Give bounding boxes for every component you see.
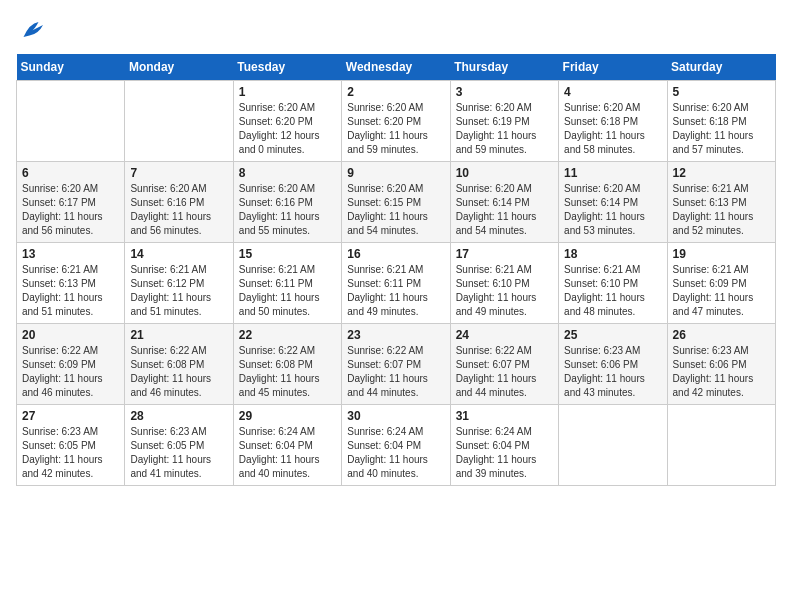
page-header: [16, 16, 776, 46]
calendar-cell: 27Sunrise: 6:23 AMSunset: 6:05 PMDayligh…: [17, 405, 125, 486]
day-number: 2: [347, 85, 444, 99]
calendar-cell: 11Sunrise: 6:20 AMSunset: 6:14 PMDayligh…: [559, 162, 667, 243]
column-header-thursday: Thursday: [450, 54, 558, 81]
day-detail: Sunrise: 6:20 AMSunset: 6:17 PMDaylight:…: [22, 182, 119, 238]
day-number: 1: [239, 85, 336, 99]
day-number: 27: [22, 409, 119, 423]
day-number: 15: [239, 247, 336, 261]
calendar-table: SundayMondayTuesdayWednesdayThursdayFrid…: [16, 54, 776, 486]
calendar-cell: 4Sunrise: 6:20 AMSunset: 6:18 PMDaylight…: [559, 81, 667, 162]
column-header-saturday: Saturday: [667, 54, 775, 81]
day-detail: Sunrise: 6:21 AMSunset: 6:10 PMDaylight:…: [456, 263, 553, 319]
calendar-cell: 7Sunrise: 6:20 AMSunset: 6:16 PMDaylight…: [125, 162, 233, 243]
day-detail: Sunrise: 6:21 AMSunset: 6:12 PMDaylight:…: [130, 263, 227, 319]
day-number: 25: [564, 328, 661, 342]
day-number: 31: [456, 409, 553, 423]
day-detail: Sunrise: 6:21 AMSunset: 6:13 PMDaylight:…: [673, 182, 770, 238]
calendar-cell: 8Sunrise: 6:20 AMSunset: 6:16 PMDaylight…: [233, 162, 341, 243]
day-detail: Sunrise: 6:20 AMSunset: 6:18 PMDaylight:…: [673, 101, 770, 157]
calendar-cell: 20Sunrise: 6:22 AMSunset: 6:09 PMDayligh…: [17, 324, 125, 405]
day-detail: Sunrise: 6:24 AMSunset: 6:04 PMDaylight:…: [456, 425, 553, 481]
calendar-cell: 12Sunrise: 6:21 AMSunset: 6:13 PMDayligh…: [667, 162, 775, 243]
day-detail: Sunrise: 6:22 AMSunset: 6:07 PMDaylight:…: [347, 344, 444, 400]
calendar-cell: 22Sunrise: 6:22 AMSunset: 6:08 PMDayligh…: [233, 324, 341, 405]
day-detail: Sunrise: 6:23 AMSunset: 6:06 PMDaylight:…: [673, 344, 770, 400]
calendar-week-5: 27Sunrise: 6:23 AMSunset: 6:05 PMDayligh…: [17, 405, 776, 486]
day-number: 23: [347, 328, 444, 342]
day-detail: Sunrise: 6:22 AMSunset: 6:08 PMDaylight:…: [130, 344, 227, 400]
day-detail: Sunrise: 6:20 AMSunset: 6:14 PMDaylight:…: [456, 182, 553, 238]
column-header-wednesday: Wednesday: [342, 54, 450, 81]
calendar-cell: [559, 405, 667, 486]
calendar-cell: 24Sunrise: 6:22 AMSunset: 6:07 PMDayligh…: [450, 324, 558, 405]
calendar-cell: 14Sunrise: 6:21 AMSunset: 6:12 PMDayligh…: [125, 243, 233, 324]
day-number: 4: [564, 85, 661, 99]
day-detail: Sunrise: 6:24 AMSunset: 6:04 PMDaylight:…: [347, 425, 444, 481]
day-detail: Sunrise: 6:20 AMSunset: 6:16 PMDaylight:…: [239, 182, 336, 238]
day-detail: Sunrise: 6:21 AMSunset: 6:09 PMDaylight:…: [673, 263, 770, 319]
day-number: 29: [239, 409, 336, 423]
column-header-friday: Friday: [559, 54, 667, 81]
calendar-cell: 21Sunrise: 6:22 AMSunset: 6:08 PMDayligh…: [125, 324, 233, 405]
calendar-cell: 15Sunrise: 6:21 AMSunset: 6:11 PMDayligh…: [233, 243, 341, 324]
calendar-cell: [17, 81, 125, 162]
calendar-week-1: 1Sunrise: 6:20 AMSunset: 6:20 PMDaylight…: [17, 81, 776, 162]
calendar-cell: 18Sunrise: 6:21 AMSunset: 6:10 PMDayligh…: [559, 243, 667, 324]
day-number: 28: [130, 409, 227, 423]
calendar-cell: 6Sunrise: 6:20 AMSunset: 6:17 PMDaylight…: [17, 162, 125, 243]
day-number: 20: [22, 328, 119, 342]
calendar-cell: 5Sunrise: 6:20 AMSunset: 6:18 PMDaylight…: [667, 81, 775, 162]
day-detail: Sunrise: 6:20 AMSunset: 6:18 PMDaylight:…: [564, 101, 661, 157]
day-detail: Sunrise: 6:21 AMSunset: 6:13 PMDaylight:…: [22, 263, 119, 319]
day-detail: Sunrise: 6:21 AMSunset: 6:10 PMDaylight:…: [564, 263, 661, 319]
calendar-cell: 3Sunrise: 6:20 AMSunset: 6:19 PMDaylight…: [450, 81, 558, 162]
calendar-cell: 26Sunrise: 6:23 AMSunset: 6:06 PMDayligh…: [667, 324, 775, 405]
column-header-monday: Monday: [125, 54, 233, 81]
calendar-header-row: SundayMondayTuesdayWednesdayThursdayFrid…: [17, 54, 776, 81]
calendar-cell: 19Sunrise: 6:21 AMSunset: 6:09 PMDayligh…: [667, 243, 775, 324]
day-number: 11: [564, 166, 661, 180]
day-detail: Sunrise: 6:20 AMSunset: 6:20 PMDaylight:…: [347, 101, 444, 157]
day-detail: Sunrise: 6:22 AMSunset: 6:09 PMDaylight:…: [22, 344, 119, 400]
calendar-cell: 17Sunrise: 6:21 AMSunset: 6:10 PMDayligh…: [450, 243, 558, 324]
day-number: 22: [239, 328, 336, 342]
calendar-cell: 30Sunrise: 6:24 AMSunset: 6:04 PMDayligh…: [342, 405, 450, 486]
day-number: 13: [22, 247, 119, 261]
calendar-cell: 16Sunrise: 6:21 AMSunset: 6:11 PMDayligh…: [342, 243, 450, 324]
day-number: 21: [130, 328, 227, 342]
calendar-cell: 23Sunrise: 6:22 AMSunset: 6:07 PMDayligh…: [342, 324, 450, 405]
day-number: 18: [564, 247, 661, 261]
logo: [16, 16, 50, 46]
day-number: 10: [456, 166, 553, 180]
day-detail: Sunrise: 6:21 AMSunset: 6:11 PMDaylight:…: [239, 263, 336, 319]
day-detail: Sunrise: 6:20 AMSunset: 6:16 PMDaylight:…: [130, 182, 227, 238]
day-number: 3: [456, 85, 553, 99]
calendar-week-3: 13Sunrise: 6:21 AMSunset: 6:13 PMDayligh…: [17, 243, 776, 324]
day-number: 17: [456, 247, 553, 261]
calendar-cell: 31Sunrise: 6:24 AMSunset: 6:04 PMDayligh…: [450, 405, 558, 486]
column-header-sunday: Sunday: [17, 54, 125, 81]
day-detail: Sunrise: 6:20 AMSunset: 6:19 PMDaylight:…: [456, 101, 553, 157]
day-number: 5: [673, 85, 770, 99]
day-number: 26: [673, 328, 770, 342]
day-detail: Sunrise: 6:24 AMSunset: 6:04 PMDaylight:…: [239, 425, 336, 481]
day-number: 30: [347, 409, 444, 423]
calendar-cell: [667, 405, 775, 486]
day-number: 8: [239, 166, 336, 180]
day-detail: Sunrise: 6:23 AMSunset: 6:06 PMDaylight:…: [564, 344, 661, 400]
day-detail: Sunrise: 6:20 AMSunset: 6:14 PMDaylight:…: [564, 182, 661, 238]
day-number: 6: [22, 166, 119, 180]
day-detail: Sunrise: 6:20 AMSunset: 6:15 PMDaylight:…: [347, 182, 444, 238]
calendar-cell: [125, 81, 233, 162]
day-detail: Sunrise: 6:23 AMSunset: 6:05 PMDaylight:…: [22, 425, 119, 481]
day-number: 7: [130, 166, 227, 180]
day-detail: Sunrise: 6:20 AMSunset: 6:20 PMDaylight:…: [239, 101, 336, 157]
day-number: 24: [456, 328, 553, 342]
calendar-cell: 29Sunrise: 6:24 AMSunset: 6:04 PMDayligh…: [233, 405, 341, 486]
column-header-tuesday: Tuesday: [233, 54, 341, 81]
calendar-cell: 10Sunrise: 6:20 AMSunset: 6:14 PMDayligh…: [450, 162, 558, 243]
day-detail: Sunrise: 6:22 AMSunset: 6:07 PMDaylight:…: [456, 344, 553, 400]
calendar-cell: 28Sunrise: 6:23 AMSunset: 6:05 PMDayligh…: [125, 405, 233, 486]
day-detail: Sunrise: 6:23 AMSunset: 6:05 PMDaylight:…: [130, 425, 227, 481]
calendar-cell: 9Sunrise: 6:20 AMSunset: 6:15 PMDaylight…: [342, 162, 450, 243]
